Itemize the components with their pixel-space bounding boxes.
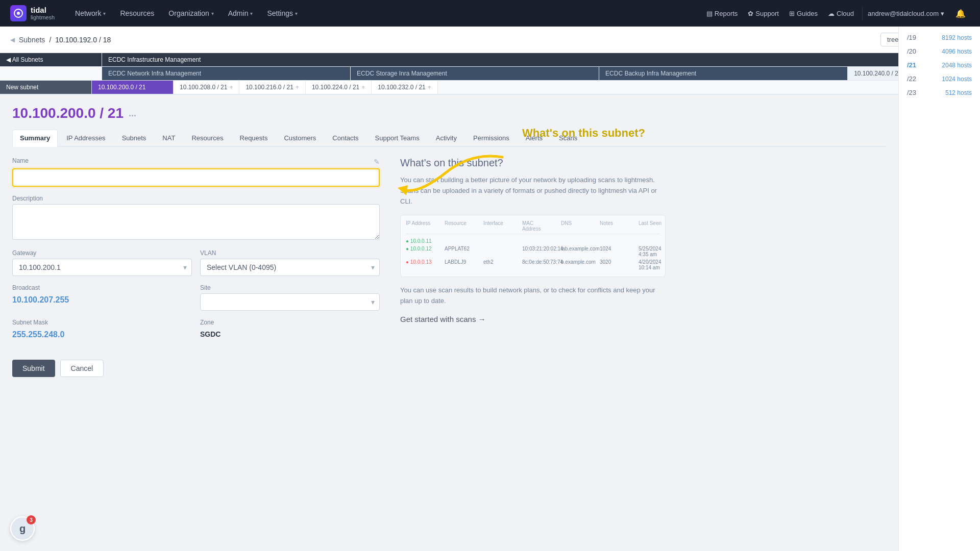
tab-activity[interactable]: Activity [428, 130, 464, 146]
chevron-down-icon: ▾ [941, 10, 944, 17]
chart-icon: ▤ [706, 10, 713, 17]
back-arrow-icon: ◀ [10, 36, 15, 43]
tabs-bar: Summary IP Addresses Subnets NAT Resourc… [12, 130, 886, 147]
site-select[interactable] [200, 293, 380, 311]
top-navigation: tidal lightmesh Network ▾ Resources Orga… [0, 0, 980, 27]
tab-subnets[interactable]: Subnets [114, 130, 154, 146]
broadcast-label: Broadcast [12, 284, 192, 291]
gateway-select-wrapper: 10.100.200.1 [12, 259, 192, 276]
tab-nat[interactable]: NAT [155, 130, 183, 146]
get-started-link[interactable]: Get started with scans → [400, 315, 666, 323]
tree-backup-infra[interactable]: ECDC Backup Infra Management [599, 67, 848, 80]
nav-guides[interactable]: ⊞ Guides [785, 7, 822, 20]
name-label: Name [12, 157, 29, 164]
guides-icon: ⊞ [789, 10, 795, 17]
breadcrumb: ◀ Subnets / 10.100.192.0 / 18 [10, 36, 111, 44]
tree-sub-1[interactable]: 10.100.208.0 / 21 + [174, 81, 239, 94]
description-form-group: Description [12, 195, 380, 241]
scan-row-3: ● 10.0.0.13 LABDLJ9 eth2 8c:0e:de:50:73:… [406, 258, 660, 271]
chevron-down-icon: ▾ [295, 11, 298, 16]
tree-sub-2[interactable]: 10.100.216.0 / 21 + [239, 81, 305, 94]
gateway-vlan-row: Gateway 10.100.200.1 VLAN Select VLAN (0… [12, 249, 380, 284]
gateway-form-group: Gateway 10.100.200.1 [12, 249, 192, 276]
subnet-tree: ◀ All Subnets ECDC Infrastructure Manage… [0, 53, 980, 95]
nav-cloud[interactable]: ☁ Cloud [824, 7, 858, 20]
sidebar-size-20[interactable]: /20 4096 hosts [899, 44, 980, 58]
tree-infra[interactable]: ECDC Infrastructure Management [102, 53, 980, 66]
edit-icon[interactable]: ✎ [374, 158, 380, 166]
more-options-button[interactable]: ... [129, 108, 136, 119]
col-last-seen: Last Seen [639, 220, 669, 232]
col-notes: Notes [600, 220, 630, 232]
description-input[interactable] [12, 204, 380, 240]
tab-summary[interactable]: Summary [12, 130, 58, 147]
zone-form-group: Zone SGDC [200, 319, 380, 341]
cancel-button[interactable]: Cancel [60, 360, 104, 377]
sidebar-size-19[interactable]: /19 8192 hosts [899, 31, 980, 44]
all-subnets-link[interactable]: ◀ All Subnets [0, 53, 102, 66]
subnet-mask-value: 255.255.248.0 [12, 328, 192, 341]
nav-reports[interactable]: ▤ Reports [702, 7, 742, 20]
tree-sub-4[interactable]: 10.100.232.0 / 21 + [372, 81, 437, 94]
gateway-select[interactable]: 10.100.200.1 [12, 259, 192, 276]
logo-text: tidal lightmesh [31, 6, 55, 21]
nav-settings[interactable]: Settings ▾ [261, 6, 304, 20]
subnet-mask-form-group: Subnet Mask 255.255.248.0 [12, 319, 192, 341]
sidebar-size-22[interactable]: /22 1024 hosts [899, 72, 980, 86]
col-ip: IP Address [406, 220, 436, 232]
col-dns: DNS [561, 220, 592, 232]
nav-network[interactable]: Network ▾ [69, 6, 112, 20]
tree-selected-subnet[interactable]: 10.100.200.0 / 21 [92, 81, 174, 94]
tab-ip-addresses[interactable]: IP Addresses [59, 130, 113, 146]
tree-row-3: New subnet 10.100.200.0 / 21 10.100.208.… [0, 81, 980, 94]
vlan-label: VLAN [200, 249, 380, 257]
logo-icon [10, 5, 27, 21]
content-area: 10.100.200.0 / 21 ... Summary IP Address… [0, 95, 898, 387]
breadcrumb-parent[interactable]: Subnets [19, 36, 45, 44]
nav-admin[interactable]: Admin ▾ [222, 6, 259, 20]
cloud-icon: ☁ [828, 10, 835, 17]
scan-preview: IP Address Resource Interface MAC Addres… [400, 215, 666, 277]
vlan-select-wrapper: Select VLAN (0-4095) [200, 259, 380, 276]
tree-storage-infra[interactable]: ECDC Storage Inra Management [351, 67, 599, 80]
sidebar-size-23[interactable]: /23 512 hosts [899, 86, 980, 99]
broadcast-site-row: Broadcast 10.100.207.255 Site [12, 284, 380, 319]
notifications-button[interactable]: 🔔 [951, 6, 970, 21]
site-select-wrapper [200, 293, 380, 311]
name-input[interactable] [12, 168, 380, 187]
tree-net-infra[interactable]: ECDC Network Infra Management [102, 67, 351, 80]
tab-contacts[interactable]: Contacts [325, 130, 366, 146]
description-label: Description [12, 195, 380, 202]
broadcast-value: 10.100.207.255 [12, 293, 192, 307]
tab-support-teams[interactable]: Support Teams [368, 130, 427, 146]
vlan-select[interactable]: Select VLAN (0-4095) [200, 259, 380, 276]
submit-button[interactable]: Submit [12, 360, 55, 377]
col-resource: Resource [445, 220, 475, 232]
logo[interactable]: tidal lightmesh [10, 5, 55, 21]
tab-alerts[interactable]: Alerts [518, 130, 550, 146]
plus-icon: + [428, 84, 431, 91]
tab-scans[interactable]: Scans [551, 130, 585, 146]
nav-organization[interactable]: Organization ▾ [162, 6, 219, 20]
tree-sub-3[interactable]: 10.100.224.0 / 21 + [306, 81, 372, 94]
scan-row-2: ● 10.0.0.12 APPLAT62 10:03:21:20:02:14 l… [406, 245, 660, 258]
nav-support[interactable]: ✿ Support [744, 7, 783, 20]
svg-point-1 [17, 12, 20, 15]
plus-icon: + [229, 84, 233, 91]
tab-permissions[interactable]: Permissions [465, 130, 517, 146]
callout-title: What's on this subnet? [400, 157, 666, 169]
callout-panel: What's on this subnet? You can start bui… [400, 157, 666, 377]
chevron-down-icon: ▾ [211, 11, 214, 16]
tab-customers[interactable]: Customers [276, 130, 324, 146]
scan-row-1: ● 10.0.0.11 [406, 237, 660, 245]
main-layout: 10.100.200.0 / 21 ... Summary IP Address… [0, 95, 980, 387]
tree-new-subnet[interactable]: New subnet [0, 81, 92, 94]
gateway-label: Gateway [12, 249, 192, 257]
user-menu[interactable]: andrew@tidalcloud.com ▾ [862, 7, 949, 20]
support-icon: ✿ [748, 10, 753, 17]
tab-requests[interactable]: Requests [232, 130, 276, 146]
name-label-row: Name ✎ [12, 157, 380, 166]
sidebar-size-21[interactable]: /21 2048 hosts [899, 58, 980, 72]
nav-resources[interactable]: Resources [114, 6, 160, 20]
tab-resources[interactable]: Resources [184, 130, 231, 146]
